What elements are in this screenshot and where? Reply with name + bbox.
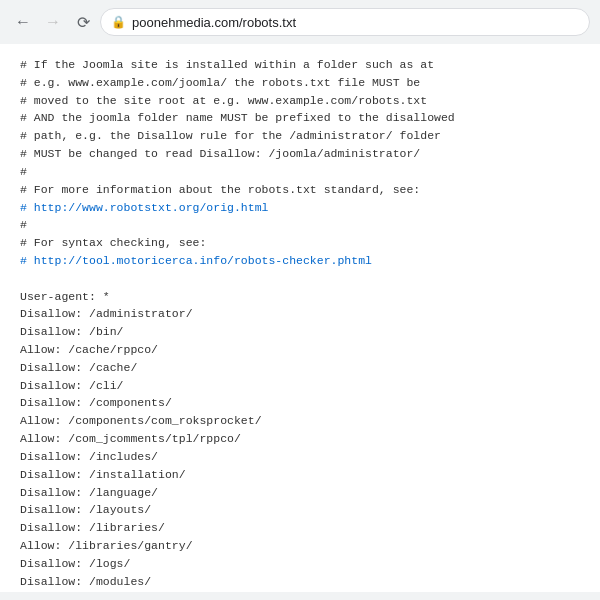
content-area: # If the Joomla site is installed within… xyxy=(0,44,600,592)
forward-button[interactable]: → xyxy=(40,9,66,35)
browser-chrome: ← → ⟳ 🔒 poonehmedia.com/robots.txt xyxy=(0,0,600,36)
lock-icon: 🔒 xyxy=(111,15,126,29)
directive-line: Disallow: /cli/ xyxy=(20,379,124,392)
comment-line: # For syntax checking, see: xyxy=(20,236,206,249)
directive-line: Disallow: /bin/ xyxy=(20,325,124,338)
directive-line: Allow: /libraries/gantry/ xyxy=(20,539,193,552)
comment-line: # For more information about the robots.… xyxy=(20,183,420,196)
comment-line: # If the Joomla site is installed within… xyxy=(20,58,434,71)
comment-line: # AND the joomla folder name MUST be pre… xyxy=(20,111,455,124)
nav-row: ← → ⟳ 🔒 poonehmedia.com/robots.txt xyxy=(10,8,590,36)
directive-line: Allow: /com_jcomments/tpl/rppco/ xyxy=(20,432,241,445)
directive-line: Disallow: /libraries/ xyxy=(20,521,165,534)
comment-line: # MUST be changed to read Disallow: /joo… xyxy=(20,147,420,160)
reload-button[interactable]: ⟳ xyxy=(70,9,96,35)
directive-line: Allow: /components/com_roksprocket/ xyxy=(20,414,262,427)
directive-line: Disallow: /logs/ xyxy=(20,557,130,570)
link-line[interactable]: # http://tool.motoricerca.info/robots-ch… xyxy=(20,254,372,267)
directive-line: Disallow: /administrator/ xyxy=(20,307,193,320)
back-button[interactable]: ← xyxy=(10,9,36,35)
directive-line: Disallow: /installation/ xyxy=(20,468,186,481)
directive-line: Disallow: /modules/ xyxy=(20,575,151,588)
comment-line: # moved to the site root at e.g. www.exa… xyxy=(20,94,427,107)
directive-line: Allow: /cache/rppco/ xyxy=(20,343,158,356)
address-bar[interactable]: 🔒 poonehmedia.com/robots.txt xyxy=(100,8,590,36)
directive-line: Disallow: /language/ xyxy=(20,486,158,499)
robots-content: # If the Joomla site is installed within… xyxy=(20,56,580,592)
comment-line: # path, e.g. the Disallow rule for the /… xyxy=(20,129,441,142)
directive-line: User-agent: * xyxy=(20,290,110,303)
directive-line: Disallow: /cache/ xyxy=(20,361,137,374)
url-text: poonehmedia.com/robots.txt xyxy=(132,15,296,30)
directive-line: Disallow: /components/ xyxy=(20,396,172,409)
directive-line: Disallow: /layouts/ xyxy=(20,503,151,516)
link-line[interactable]: # http://www.robotstxt.org/orig.html xyxy=(20,201,268,214)
comment-line: # e.g. www.example.com/joomla/ the robot… xyxy=(20,76,420,89)
directive-line: Disallow: /includes/ xyxy=(20,450,158,463)
